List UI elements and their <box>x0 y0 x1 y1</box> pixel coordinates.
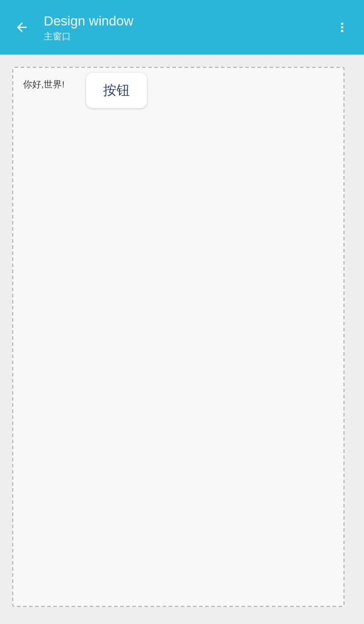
back-button[interactable] <box>10 15 34 39</box>
design-canvas: 你好,世界! 按钮 <box>12 67 345 607</box>
canvas-area: 你好,世界! 按钮 <box>0 55 364 624</box>
header-sub-title: 主窗口 <box>44 30 330 42</box>
button-widget-label: 按钮 <box>103 81 130 100</box>
hello-text-label: 你好,世界! <box>23 79 64 90</box>
header-main-title: Design window <box>44 13 330 30</box>
app-header: Design window 主窗口 <box>0 0 364 55</box>
more-menu-button[interactable] <box>330 15 354 39</box>
header-titles: Design window 主窗口 <box>34 13 330 42</box>
button-widget[interactable]: 按钮 <box>86 73 147 108</box>
